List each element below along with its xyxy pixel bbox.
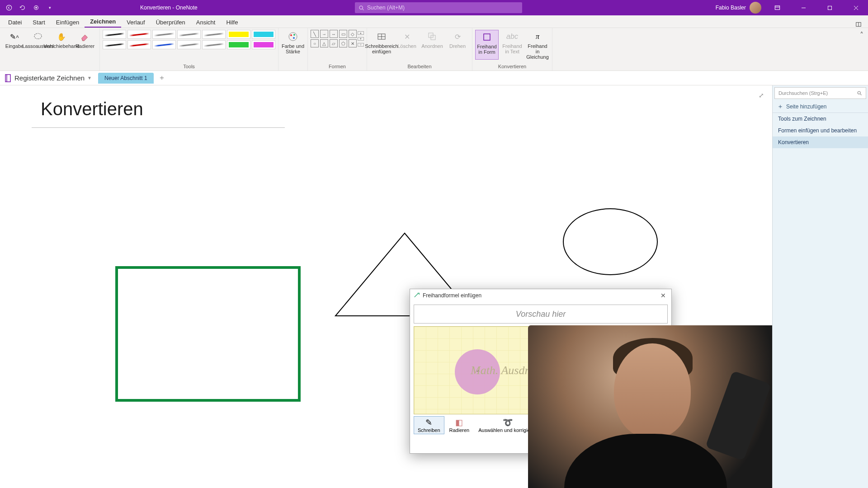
canvas[interactable]: ⤢ Konvertieren Freihandformel einfügen ✕… (0, 85, 772, 488)
tab-start[interactable]: Start (27, 17, 50, 28)
close-button[interactable] (845, 0, 866, 15)
pen-3[interactable] (177, 30, 201, 39)
preview-box: Vorschau hier (414, 305, 668, 324)
pen-11[interactable] (202, 40, 226, 49)
dialog-close-button[interactable]: ✕ (659, 292, 668, 299)
bearbeiten-group: Schreibbereich einfügen ✕Löschen Anordne… (367, 28, 472, 70)
maximize-button[interactable] (819, 0, 840, 15)
page-link-2[interactable]: Konvertieren (773, 136, 868, 148)
svg-point-18 (858, 91, 860, 94)
formen-group: ╲→↔▭◇ ○△▱⬠✕ ▴▾▿ Formen (308, 28, 367, 70)
pen-13[interactable] (252, 40, 275, 49)
svg-point-0 (6, 5, 11, 10)
dialog-icon (414, 292, 420, 299)
shapes-gallery[interactable]: ╲→↔▭◇ ○△▱⬠✕ (311, 30, 357, 47)
page-title[interactable]: Konvertieren (41, 99, 772, 119)
anordnen-button: Anordnen (420, 30, 444, 54)
ellipse-shape[interactable] (563, 208, 658, 275)
notebook-selector[interactable]: Registerkarte Zeichnen ▼ (5, 74, 96, 82)
svg-point-11 (293, 37, 295, 39)
farbe-button[interactable]: Farbe und Stärke (281, 30, 305, 54)
global-search[interactable]: Suchen (Alt+M) (355, 2, 522, 13)
undo-icon[interactable] (17, 2, 28, 13)
shapes-more[interactable]: ▴▾▿ (358, 30, 364, 47)
freihand-form-button[interactable]: Freihand in Form (475, 30, 499, 60)
konvertieren-group: Freihand in Form abcFreihand in Text πFr… (472, 28, 552, 70)
svg-rect-5 (828, 6, 831, 9)
freihand-gleichung-button[interactable]: πFreihand in Gleichung (526, 30, 549, 60)
pen-1[interactable] (127, 30, 151, 39)
svg-point-3 (359, 6, 363, 9)
hand-button[interactable]: ✋Verschiebehand (50, 30, 73, 49)
page-link-1[interactable]: Formen einfügen und bearbeiten (773, 125, 868, 136)
svg-point-8 (289, 33, 297, 41)
svg-point-9 (290, 34, 292, 36)
pen-6[interactable] (252, 30, 275, 39)
pen-9[interactable] (152, 40, 176, 49)
webcam-overlay (528, 325, 772, 488)
page-panel: Durchsuchen (Strg+E) ＋Seite hinzufügen T… (772, 85, 868, 488)
schreibbereich-button[interactable]: Schreibbereich einfügen (370, 30, 393, 54)
search-icon (359, 5, 364, 11)
pen-10[interactable] (177, 40, 201, 49)
notebook-bar: Registerkarte Zeichnen ▼ Neuer Abschnitt… (0, 71, 868, 85)
page-link-0[interactable]: Tools zum Zeichnen (773, 113, 868, 125)
notebook-icon (5, 74, 12, 82)
tab-datei[interactable]: Datei (3, 17, 27, 28)
svg-rect-4 (775, 5, 779, 9)
user-account[interactable]: Fabio Basler (716, 2, 761, 14)
user-avatar (750, 2, 761, 14)
green-rectangle-shape[interactable] (115, 266, 301, 402)
pen-0[interactable] (103, 30, 126, 39)
ribbon: ✎AEingabe Lassoauswahl ✋Verschiebehand R… (0, 28, 868, 71)
tab-hilfe[interactable]: Hilfe (221, 17, 243, 28)
tab-einfuegen[interactable]: Einfügen (51, 17, 85, 28)
minimize-button[interactable] (793, 0, 814, 15)
pen-12[interactable] (227, 40, 250, 49)
add-page-button[interactable]: ＋Seite hinzufügen (773, 100, 868, 113)
share-icon[interactable] (852, 21, 865, 28)
qat-dropdown-icon[interactable]: ▾ (44, 2, 55, 13)
pen-8[interactable] (127, 40, 151, 49)
ribbon-display-icon[interactable] (767, 0, 788, 15)
loeschen-button: ✕Löschen (395, 30, 419, 54)
page-search[interactable]: Durchsuchen (Strg+E) (774, 87, 866, 99)
drehen-button: ⟳Drehen (446, 30, 469, 54)
search-placeholder: Suchen (Alt+M) (367, 5, 405, 11)
search-icon (857, 90, 862, 96)
pen-4[interactable] (202, 30, 226, 39)
touch-mode-icon[interactable] (31, 2, 42, 13)
pen-5[interactable] (227, 30, 250, 39)
write-tool[interactable]: ✎Schreiben (414, 416, 444, 434)
collapse-ribbon-icon[interactable]: ˄ (855, 28, 868, 70)
back-icon[interactable] (4, 2, 14, 13)
tab-zeichnen[interactable]: Zeichnen (85, 16, 121, 28)
freihand-text-button: abcFreihand in Text (500, 30, 524, 60)
section-tab[interactable]: Neuer Abschnitt 1 (98, 73, 154, 84)
tools-group: Tools (100, 28, 278, 70)
radierer-button[interactable]: Radierer (73, 30, 97, 49)
title-bar: ▾ Konvertieren - OneNote Suchen (Alt+M) … (0, 0, 868, 15)
add-section-button[interactable]: ＋ (156, 73, 167, 84)
svg-rect-15 (484, 34, 490, 40)
dialog-title: Freihandformel einfügen (423, 292, 481, 299)
window-title: Konvertieren - OneNote (140, 5, 198, 11)
svg-point-2 (36, 7, 37, 9)
tab-ansicht[interactable]: Ansicht (191, 17, 221, 28)
tab-ueberpruefen[interactable]: Überprüfen (151, 17, 191, 28)
pen-2[interactable] (152, 30, 176, 39)
pen-7[interactable] (103, 40, 126, 49)
title-underline (32, 127, 285, 128)
user-name: Fabio Basler (716, 5, 746, 11)
erase-tool[interactable]: ◧Radieren (445, 416, 474, 434)
svg-point-7 (34, 33, 42, 39)
ribbon-tabs: Datei Start Einfügen Zeichnen Verlauf Üb… (0, 15, 868, 28)
svg-rect-16 (5, 75, 10, 82)
svg-point-10 (293, 34, 295, 36)
tab-verlauf[interactable]: Verlauf (121, 17, 150, 28)
